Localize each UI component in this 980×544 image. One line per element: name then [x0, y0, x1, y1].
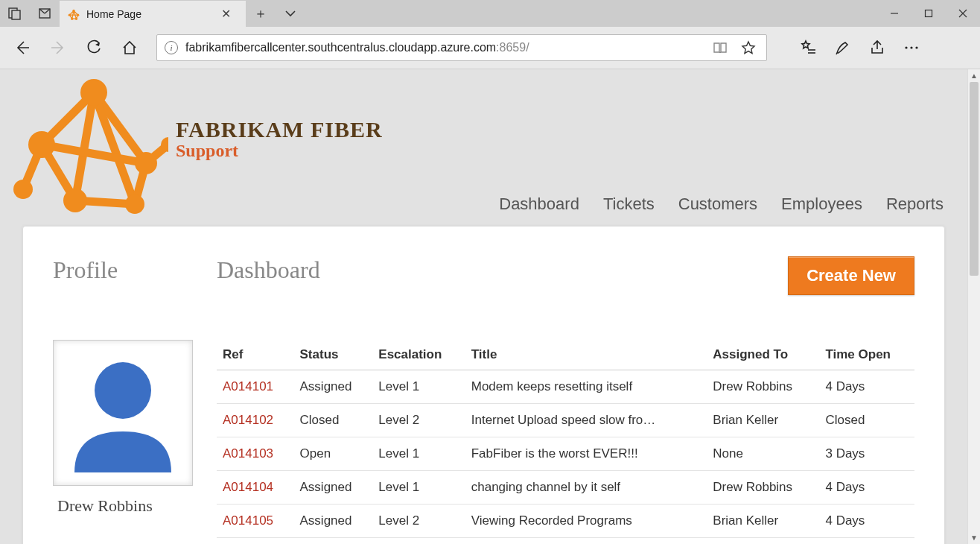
- reading-view-icon[interactable]: [710, 40, 731, 55]
- ticket-time: Closed: [819, 404, 914, 437]
- favorites-list-icon[interactable]: [792, 31, 825, 64]
- tabs-aside-icon[interactable]: [0, 0, 30, 27]
- svg-point-22: [95, 362, 151, 419]
- ticket-assigned: Drew Robbins: [707, 370, 819, 404]
- ticket-title: Viewing Recorded Programs: [465, 505, 707, 538]
- profile-user-name: Drew Robbins: [53, 496, 217, 516]
- avatar: [53, 340, 193, 486]
- tab-actions-icon[interactable]: [276, 0, 305, 27]
- maximize-button[interactable]: [911, 0, 946, 27]
- col-ref[interactable]: Ref: [217, 340, 294, 370]
- scroll-up-icon[interactable]: ▲: [968, 69, 980, 82]
- page-header: FABRIKAM FIBER Support Dashboard Tickets…: [0, 69, 967, 226]
- svg-point-14: [915, 46, 917, 48]
- ticket-time: 3 Days: [819, 437, 914, 471]
- ticket-escalation: Level 1: [372, 471, 465, 505]
- home-button[interactable]: [113, 31, 146, 64]
- table-header-row: Ref Status Escalation Title Assigned To …: [217, 340, 914, 370]
- url-text: fabrikamfibercallcenter.southcentralus.c…: [185, 41, 702, 54]
- ticket-assigned: Brian Keller: [707, 404, 819, 437]
- table-row: A014103OpenLevel 1FabFiber is the worst …: [217, 437, 914, 471]
- brand-subtitle: Support: [176, 141, 383, 161]
- favicon-icon: [67, 7, 80, 21]
- browser-titlebar: Home Page ✕ ＋: [0, 0, 980, 27]
- col-escalation[interactable]: Escalation: [372, 340, 465, 370]
- ticket-assigned: None: [707, 437, 819, 471]
- window-controls: [877, 0, 980, 27]
- nav-employees[interactable]: Employees: [781, 194, 862, 214]
- address-bar[interactable]: i fabrikamfibercallcenter.southcentralus…: [156, 34, 767, 61]
- forward-button[interactable]: [42, 31, 74, 64]
- share-icon[interactable]: [861, 31, 894, 64]
- create-new-button[interactable]: Create New: [788, 256, 914, 295]
- ticket-status: Assigned: [294, 370, 373, 404]
- tab-title: Home Page: [86, 8, 211, 20]
- nav-tickets[interactable]: Tickets: [603, 194, 655, 214]
- close-window-button[interactable]: [946, 0, 980, 27]
- tickets-table: Ref Status Escalation Title Assigned To …: [217, 340, 914, 538]
- svg-point-13: [910, 46, 912, 48]
- refresh-button[interactable]: [77, 31, 110, 64]
- ticket-time: 4 Days: [819, 505, 914, 538]
- ticket-ref-link[interactable]: A014101: [223, 379, 273, 393]
- browser-tab[interactable]: Home Page ✕: [60, 0, 246, 27]
- table-row: A014105AssignedLevel 2Viewing Recorded P…: [217, 505, 914, 538]
- svg-rect-1: [12, 10, 20, 19]
- dashboard-heading: Dashboard: [217, 256, 788, 284]
- browser-toolbar: i fabrikamfibercallcenter.southcentralus…: [0, 27, 980, 69]
- col-status[interactable]: Status: [294, 340, 373, 370]
- ticket-title: changing channel by it self: [465, 471, 707, 505]
- ticket-escalation: Level 2: [372, 404, 465, 437]
- svg-point-18: [63, 189, 87, 212]
- svg-point-15: [80, 79, 107, 106]
- minimize-button[interactable]: [877, 0, 911, 27]
- table-row: A014102ClosedLevel 2Internet Upload spee…: [217, 404, 914, 437]
- ticket-ref-link[interactable]: A014102: [223, 413, 273, 427]
- svg-point-20: [13, 180, 33, 199]
- ticket-title: Modem keeps resetting itself: [465, 370, 707, 404]
- svg-point-19: [125, 194, 144, 214]
- vertical-scrollbar[interactable]: ▲ ▼: [967, 69, 980, 544]
- site-info-icon[interactable]: i: [165, 41, 178, 54]
- main-nav: Dashboard Tickets Customers Employees Re…: [499, 194, 944, 214]
- col-assigned[interactable]: Assigned To: [707, 340, 819, 370]
- tab-close-icon[interactable]: ✕: [217, 7, 235, 21]
- brand-logo-icon: [4, 74, 168, 230]
- ticket-time: 4 Days: [819, 471, 914, 505]
- ticket-status: Open: [294, 437, 373, 471]
- col-time[interactable]: Time Open: [819, 340, 914, 370]
- svg-point-16: [28, 131, 55, 158]
- ticket-status: Assigned: [294, 505, 373, 538]
- nav-customers[interactable]: Customers: [678, 194, 757, 214]
- svg-rect-9: [926, 10, 932, 17]
- new-tab-button[interactable]: ＋: [246, 0, 276, 27]
- notes-icon[interactable]: [827, 31, 859, 64]
- nav-reports[interactable]: Reports: [886, 194, 944, 214]
- ticket-time: 4 Days: [819, 370, 914, 404]
- svg-point-12: [905, 46, 907, 48]
- show-tabs-icon[interactable]: [30, 0, 60, 27]
- col-title[interactable]: Title: [465, 340, 707, 370]
- ticket-status: Closed: [294, 404, 373, 437]
- scroll-down-icon[interactable]: ▼: [968, 531, 980, 544]
- page-viewport: FABRIKAM FIBER Support Dashboard Tickets…: [0, 69, 967, 544]
- profile-heading: Profile: [53, 256, 217, 284]
- ticket-ref-link[interactable]: A014103: [223, 446, 273, 461]
- profile-block: Drew Robbins: [53, 340, 217, 538]
- scroll-thumb[interactable]: [970, 82, 979, 276]
- more-menu-icon[interactable]: [895, 31, 928, 64]
- content-card: Profile Dashboard Create New Drew Robbin…: [22, 226, 945, 544]
- ticket-status: Assigned: [294, 471, 373, 505]
- ticket-assigned: Drew Robbins: [707, 471, 819, 505]
- ticket-ref-link[interactable]: A014105: [223, 513, 273, 528]
- svg-point-17: [135, 152, 157, 174]
- ticket-assigned: Brian Keller: [707, 505, 819, 538]
- ticket-escalation: Level 1: [372, 437, 465, 471]
- nav-dashboard[interactable]: Dashboard: [499, 194, 579, 214]
- favorite-star-icon[interactable]: [738, 40, 759, 55]
- ticket-ref-link[interactable]: A014104: [223, 480, 273, 494]
- back-button[interactable]: [6, 31, 39, 64]
- table-row: A014104AssignedLevel 1changing channel b…: [217, 471, 914, 505]
- ticket-title: Internet Upload speed slow fro…: [465, 404, 707, 437]
- ticket-escalation: Level 2: [372, 505, 465, 538]
